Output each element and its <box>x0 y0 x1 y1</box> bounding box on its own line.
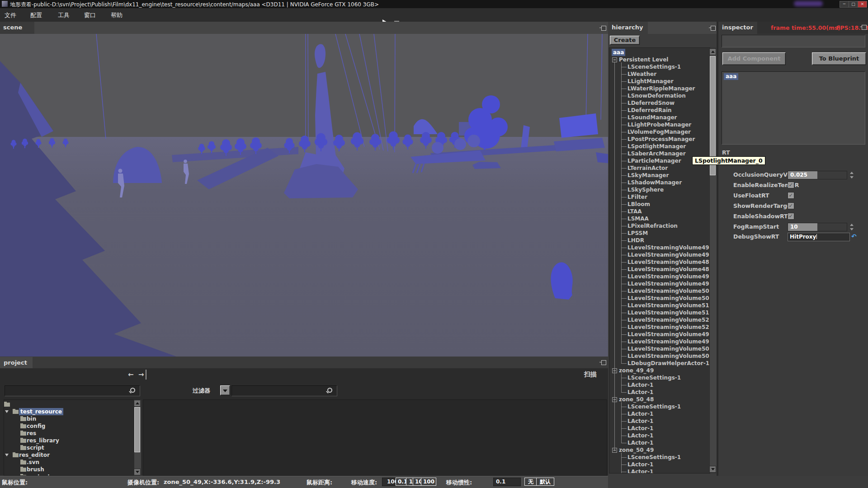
hierarchy-item[interactable]: LActor-1 <box>609 425 710 432</box>
hierarchy-item[interactable]: LLevelStreamingVolume48 <box>609 266 710 273</box>
hierarchy-item[interactable]: LActor-1 <box>609 410 710 418</box>
hierarchy-item[interactable]: LActor-1 <box>609 468 710 474</box>
menu-item[interactable]: 窗口 <box>84 11 96 19</box>
checkbox[interactable]: ✓ <box>788 192 794 199</box>
project-scrollbar[interactable] <box>134 399 142 476</box>
menu-item[interactable]: 文件 <box>5 11 16 19</box>
scroll-up-icon[interactable] <box>709 48 716 55</box>
hierarchy-item[interactable]: LSceneSettings-1 <box>609 63 710 70</box>
back-arrow-icon[interactable]: ← <box>128 371 134 379</box>
project-tree-item[interactable]: bin <box>4 415 134 422</box>
scene-tab-label[interactable]: scene <box>3 24 22 31</box>
scroll-up-icon[interactable] <box>134 400 141 407</box>
hierarchy-item[interactable]: LSceneSettings-1 <box>609 374 710 381</box>
project-tree-item[interactable]: script <box>4 444 134 451</box>
hierarchy-item[interactable]: LPostProcessManager <box>609 136 710 143</box>
project-content-area[interactable] <box>143 399 607 476</box>
hierarchy-item[interactable]: LDeferredSnow <box>609 99 710 107</box>
hierarchy-item[interactable]: LLevelStreamingVolume51 <box>609 309 710 316</box>
project-search-input[interactable] <box>5 385 140 396</box>
hierarchy-item[interactable]: LLevelStreamingVolume48 <box>609 258 710 266</box>
hierarchy-item[interactable]: LSkyManager <box>609 172 710 179</box>
add-component-button[interactable]: Add Component <box>722 52 786 65</box>
inspector-pin-icon[interactable] <box>862 25 867 30</box>
hierarchy-item[interactable]: LShadowManager <box>609 179 710 186</box>
project-tree-item[interactable]: res_library <box>4 437 134 444</box>
hierarchy-item[interactable]: LLevelStreamingVolume49 <box>609 331 710 338</box>
selected-object-item[interactable]: aaa <box>724 73 738 80</box>
hierarchy-item[interactable]: aaa <box>609 49 710 56</box>
project-tab-label[interactable]: project <box>4 359 27 366</box>
to-blueprint-button[interactable]: To Blueprint <box>812 52 866 65</box>
inertia-input[interactable]: 0.1 <box>493 478 521 486</box>
hierarchy-item[interactable]: LBloom <box>609 201 710 208</box>
hierarchy-item[interactable]: LWaterRippleManager <box>609 85 710 92</box>
hierarchy-item[interactable]: Persistent Level <box>609 56 710 63</box>
hierarchy-item[interactable]: LLevelStreamingVolume49 <box>609 251 710 258</box>
checkbox[interactable]: ✓ <box>788 213 794 220</box>
hierarchy-scrollbar[interactable] <box>709 48 717 473</box>
hierarchy-item[interactable]: LSoundManager <box>609 114 710 121</box>
project-tree-item[interactable] <box>4 401 134 408</box>
hierarchy-item[interactable]: LLevelStreamingVolume50 <box>609 295 710 302</box>
spinner-arrows-icon[interactable] <box>849 171 854 179</box>
hierarchy-item[interactable]: LSpotlightManager <box>609 143 710 150</box>
inertia-preset-button[interactable]: 无 <box>524 478 537 486</box>
hierarchy-item[interactable]: LLevelStreamingVolume49 <box>609 244 710 251</box>
spin-input[interactable]: 10 <box>788 223 847 231</box>
hierarchy-item[interactable]: LLevelStreamingVolume50 <box>609 287 710 295</box>
project-pin-icon[interactable] <box>601 360 606 365</box>
menu-item[interactable]: 工具 <box>58 11 70 19</box>
hierarchy-item[interactable]: LActor-1 <box>609 389 710 396</box>
hierarchy-item[interactable]: LSnowDeformation <box>609 92 710 99</box>
inertia-preset-button[interactable]: 默认 <box>536 478 554 486</box>
scroll-down-icon[interactable] <box>709 466 716 473</box>
hierarchy-item[interactable]: LHDR <box>609 237 710 244</box>
component-list[interactable]: aaa <box>722 71 865 145</box>
project-tree-item[interactable]: .svn <box>4 459 134 466</box>
hierarchy-item[interactable]: LSkySphere <box>609 186 710 193</box>
project-tree-item[interactable]: test_resource <box>4 408 134 415</box>
create-button[interactable]: Create <box>610 36 640 45</box>
spin-input[interactable]: 0.025 <box>788 171 847 179</box>
hierarchy-item[interactable]: LPixelRefraction <box>609 222 710 230</box>
maximize-button[interactable]: □ <box>849 1 858 8</box>
expanded-arrow-icon[interactable] <box>5 410 9 413</box>
filter-dropdown-button[interactable] <box>220 385 230 395</box>
hierarchy-item[interactable]: LLevelStreamingVolume51 <box>609 302 710 309</box>
hierarchy-item[interactable]: LActor-1 <box>609 439 710 446</box>
title-bar[interactable]: 地形查看-public-D:\svn\Project\Publish\Film\… <box>0 0 868 8</box>
hierarchy-item[interactable]: LTAA <box>609 208 710 215</box>
hierarchy-item[interactable]: LDebugDrawHelperActor-1 <box>609 360 710 367</box>
expanded-arrow-icon[interactable] <box>5 454 9 456</box>
hierarchy-item[interactable]: LPSSM <box>609 230 710 237</box>
hierarchy-item[interactable]: LVolumeFogManager <box>609 128 710 136</box>
hierarchy-item[interactable]: zone_50_48 <box>609 396 710 403</box>
minimize-button[interactable]: ─ <box>840 1 849 8</box>
inspector-tab-label[interactable]: inspector <box>722 24 753 31</box>
project-scroll-thumb[interactable] <box>134 407 140 452</box>
object-name-field[interactable] <box>722 35 865 47</box>
hierarchy-item[interactable]: LLightManager <box>609 78 710 85</box>
hierarchy-tab-label[interactable]: hierarchy <box>612 24 643 31</box>
hierarchy-item[interactable]: LLevelStreamingVolume52 <box>609 324 710 331</box>
hierarchy-item[interactable]: LLevelStreamingVolume49 <box>609 273 710 280</box>
checkbox[interactable]: ✓ <box>788 202 794 209</box>
hierarchy-item[interactable]: LLevelStreamingVolume50 <box>609 345 710 352</box>
project-tree[interactable]: test_resourcebinconfigresres_libraryscri… <box>4 399 135 476</box>
hierarchy-pin-icon[interactable] <box>711 26 716 31</box>
hierarchy-item[interactable]: LLevelStreamingVolume49 <box>609 338 710 345</box>
hierarchy-item[interactable]: LActor-1 <box>609 418 710 425</box>
hierarchy-item[interactable]: LSMAA <box>609 215 710 222</box>
project-tree-item[interactable]: config <box>4 422 134 430</box>
hierarchy-item[interactable]: LActor-1 <box>609 432 710 439</box>
hierarchy-item[interactable]: LDeferredRain <box>609 107 710 114</box>
scene-viewport[interactable] <box>0 34 608 357</box>
hierarchy-item[interactable]: zone_50_49 <box>609 446 710 454</box>
hierarchy-item[interactable]: LTerrainActor <box>609 164 710 172</box>
speed-preset-button[interactable]: 100 <box>421 478 436 486</box>
menu-item[interactable]: 配置 <box>30 11 42 19</box>
hierarchy-item[interactable]: LWeather <box>609 70 710 78</box>
hierarchy-item[interactable]: LActor-1 <box>609 381 710 389</box>
forward-arrow-icon[interactable]: → <box>138 371 144 379</box>
